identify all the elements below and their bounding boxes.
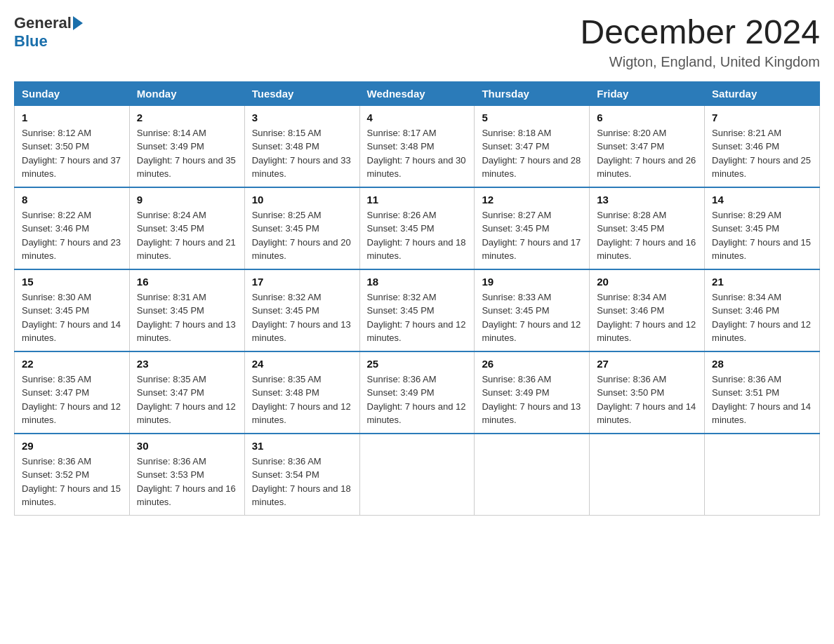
day-number: 29 (22, 440, 122, 452)
day-number: 9 (137, 194, 237, 206)
page-header: General Blue December 2024 Wigton, Engla… (14, 14, 820, 70)
calendar-cell (475, 434, 590, 516)
logo-blue-text: Blue (14, 32, 48, 50)
day-number: 28 (712, 358, 812, 370)
day-number: 27 (597, 358, 697, 370)
calendar-table: SundayMondayTuesdayWednesdayThursdayFrid… (14, 81, 820, 516)
day-info: Sunrise: 8:32 AMSunset: 3:45 PMDaylight:… (252, 292, 351, 344)
calendar-week-row-5: 29 Sunrise: 8:36 AMSunset: 3:52 PMDaylig… (15, 434, 820, 516)
day-info: Sunrise: 8:33 AMSunset: 3:45 PMDaylight:… (482, 292, 581, 344)
weekday-header-friday: Friday (590, 81, 705, 105)
calendar-cell: 10 Sunrise: 8:25 AMSunset: 3:45 PMDaylig… (244, 187, 359, 269)
day-number: 13 (597, 194, 697, 206)
calendar-cell: 18 Sunrise: 8:32 AMSunset: 3:45 PMDaylig… (359, 269, 475, 351)
calendar-cell: 7 Sunrise: 8:21 AMSunset: 3:46 PMDayligh… (705, 105, 820, 187)
day-info: Sunrise: 8:20 AMSunset: 3:47 PMDaylight:… (597, 128, 696, 180)
calendar-cell: 25 Sunrise: 8:36 AMSunset: 3:49 PMDaylig… (359, 351, 475, 434)
day-number: 7 (712, 112, 812, 123)
calendar-cell: 19 Sunrise: 8:33 AMSunset: 3:45 PMDaylig… (475, 269, 590, 351)
day-info: Sunrise: 8:15 AMSunset: 3:48 PMDaylight:… (252, 128, 351, 180)
calendar-cell: 31 Sunrise: 8:36 AMSunset: 3:54 PMDaylig… (244, 434, 359, 516)
day-info: Sunrise: 8:21 AMSunset: 3:46 PMDaylight:… (712, 128, 811, 180)
calendar-cell: 13 Sunrise: 8:28 AMSunset: 3:45 PMDaylig… (590, 187, 705, 269)
calendar-cell: 1 Sunrise: 8:12 AMSunset: 3:50 PMDayligh… (15, 105, 130, 187)
day-info: Sunrise: 8:27 AMSunset: 3:45 PMDaylight:… (482, 210, 581, 262)
day-info: Sunrise: 8:36 AMSunset: 3:49 PMDaylight:… (482, 374, 581, 426)
calendar-cell: 6 Sunrise: 8:20 AMSunset: 3:47 PMDayligh… (590, 105, 705, 187)
calendar-cell: 8 Sunrise: 8:22 AMSunset: 3:46 PMDayligh… (15, 187, 130, 269)
calendar-cell (705, 434, 820, 516)
day-number: 20 (597, 276, 697, 288)
month-title: December 2024 (580, 14, 820, 51)
day-number: 3 (252, 112, 352, 123)
calendar-cell: 27 Sunrise: 8:36 AMSunset: 3:50 PMDaylig… (590, 351, 705, 434)
day-info: Sunrise: 8:35 AMSunset: 3:48 PMDaylight:… (252, 374, 351, 426)
day-number: 2 (137, 112, 237, 123)
logo-general-text: General (14, 14, 72, 32)
calendar-cell: 2 Sunrise: 8:14 AMSunset: 3:49 PMDayligh… (129, 105, 244, 187)
calendar-cell: 26 Sunrise: 8:36 AMSunset: 3:49 PMDaylig… (475, 351, 590, 434)
calendar-cell: 14 Sunrise: 8:29 AMSunset: 3:45 PMDaylig… (705, 187, 820, 269)
day-number: 8 (22, 194, 122, 206)
calendar-week-row-1: 1 Sunrise: 8:12 AMSunset: 3:50 PMDayligh… (15, 105, 820, 187)
day-info: Sunrise: 8:12 AMSunset: 3:50 PMDaylight:… (22, 128, 121, 180)
day-info: Sunrise: 8:36 AMSunset: 3:49 PMDaylight:… (367, 374, 466, 426)
weekday-header-tuesday: Tuesday (244, 81, 359, 105)
calendar-cell: 16 Sunrise: 8:31 AMSunset: 3:45 PMDaylig… (129, 269, 244, 351)
day-info: Sunrise: 8:36 AMSunset: 3:54 PMDaylight:… (252, 456, 351, 508)
day-info: Sunrise: 8:22 AMSunset: 3:46 PMDaylight:… (22, 210, 121, 262)
day-number: 19 (482, 276, 582, 288)
day-info: Sunrise: 8:35 AMSunset: 3:47 PMDaylight:… (137, 374, 236, 426)
day-number: 4 (367, 112, 468, 123)
day-info: Sunrise: 8:32 AMSunset: 3:45 PMDaylight:… (367, 292, 466, 344)
calendar-cell: 12 Sunrise: 8:27 AMSunset: 3:45 PMDaylig… (475, 187, 590, 269)
day-number: 6 (597, 112, 697, 123)
day-number: 17 (252, 276, 352, 288)
calendar-cell: 15 Sunrise: 8:30 AMSunset: 3:45 PMDaylig… (15, 269, 130, 351)
day-number: 30 (137, 440, 237, 452)
day-info: Sunrise: 8:36 AMSunset: 3:53 PMDaylight:… (137, 456, 236, 508)
day-number: 21 (712, 276, 812, 288)
day-info: Sunrise: 8:26 AMSunset: 3:45 PMDaylight:… (367, 210, 466, 262)
weekday-header-thursday: Thursday (475, 81, 590, 105)
day-number: 11 (367, 194, 468, 206)
calendar-cell: 21 Sunrise: 8:34 AMSunset: 3:46 PMDaylig… (705, 269, 820, 351)
day-number: 1 (22, 112, 122, 123)
weekday-header-sunday: Sunday (15, 81, 130, 105)
day-info: Sunrise: 8:17 AMSunset: 3:48 PMDaylight:… (367, 128, 466, 180)
day-info: Sunrise: 8:31 AMSunset: 3:45 PMDaylight:… (137, 292, 236, 344)
day-info: Sunrise: 8:34 AMSunset: 3:46 PMDaylight:… (597, 292, 696, 344)
calendar-cell (359, 434, 475, 516)
calendar-cell: 24 Sunrise: 8:35 AMSunset: 3:48 PMDaylig… (244, 351, 359, 434)
title-block: December 2024 Wigton, England, United Ki… (580, 14, 820, 70)
calendar-cell: 20 Sunrise: 8:34 AMSunset: 3:46 PMDaylig… (590, 269, 705, 351)
calendar-cell: 30 Sunrise: 8:36 AMSunset: 3:53 PMDaylig… (129, 434, 244, 516)
day-number: 31 (252, 440, 352, 452)
location-title: Wigton, England, United Kingdom (580, 54, 820, 70)
calendar-cell: 28 Sunrise: 8:36 AMSunset: 3:51 PMDaylig… (705, 351, 820, 434)
weekday-header-monday: Monday (129, 81, 244, 105)
weekday-header-saturday: Saturday (705, 81, 820, 105)
calendar-cell: 5 Sunrise: 8:18 AMSunset: 3:47 PMDayligh… (475, 105, 590, 187)
weekday-header-row: SundayMondayTuesdayWednesdayThursdayFrid… (15, 81, 820, 105)
day-info: Sunrise: 8:30 AMSunset: 3:45 PMDaylight:… (22, 292, 121, 344)
day-number: 26 (482, 358, 582, 370)
day-info: Sunrise: 8:14 AMSunset: 3:49 PMDaylight:… (137, 128, 236, 180)
calendar-cell: 17 Sunrise: 8:32 AMSunset: 3:45 PMDaylig… (244, 269, 359, 351)
day-info: Sunrise: 8:36 AMSunset: 3:50 PMDaylight:… (597, 374, 696, 426)
day-info: Sunrise: 8:24 AMSunset: 3:45 PMDaylight:… (137, 210, 236, 262)
day-info: Sunrise: 8:34 AMSunset: 3:46 PMDaylight:… (712, 292, 811, 344)
day-number: 12 (482, 194, 582, 206)
calendar-cell: 4 Sunrise: 8:17 AMSunset: 3:48 PMDayligh… (359, 105, 475, 187)
weekday-header-wednesday: Wednesday (359, 81, 475, 105)
calendar-week-row-2: 8 Sunrise: 8:22 AMSunset: 3:46 PMDayligh… (15, 187, 820, 269)
day-number: 25 (367, 358, 468, 370)
day-info: Sunrise: 8:28 AMSunset: 3:45 PMDaylight:… (597, 210, 696, 262)
day-info: Sunrise: 8:36 AMSunset: 3:51 PMDaylight:… (712, 374, 811, 426)
calendar-cell: 11 Sunrise: 8:26 AMSunset: 3:45 PMDaylig… (359, 187, 475, 269)
day-number: 10 (252, 194, 352, 206)
day-number: 23 (137, 358, 237, 370)
day-info: Sunrise: 8:29 AMSunset: 3:45 PMDaylight:… (712, 210, 811, 262)
day-number: 14 (712, 194, 812, 206)
day-number: 18 (367, 276, 468, 288)
